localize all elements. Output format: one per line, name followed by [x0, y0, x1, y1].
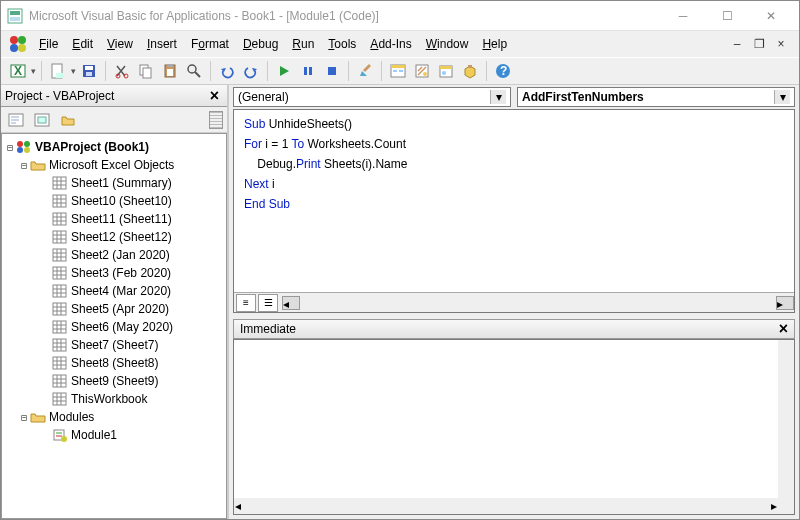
tree-sheet-item[interactable]: Sheet11 (Sheet11): [4, 210, 224, 228]
menu-window[interactable]: Window: [420, 34, 475, 54]
dropdown-arrow-icon[interactable]: ▾: [71, 66, 76, 76]
properties-button[interactable]: [411, 60, 433, 82]
minimize-button[interactable]: ─: [661, 2, 705, 30]
code-body[interactable]: Sub UnhideSheets() For i = 1 To Workshee…: [234, 110, 794, 292]
tree-root[interactable]: ⊟ VBAProject (Book1): [4, 138, 224, 156]
menu-run-label: un: [301, 37, 314, 51]
tree-sheet-item[interactable]: Sheet9 (Sheet9): [4, 372, 224, 390]
scroll-left-button[interactable]: ◂: [235, 499, 241, 513]
save-button[interactable]: [78, 60, 100, 82]
toolbar-grip[interactable]: [209, 111, 223, 129]
procedure-view-button[interactable]: ≡: [236, 294, 256, 312]
redo-button[interactable]: [240, 60, 262, 82]
svg-rect-17: [143, 68, 151, 78]
tree-sheet-item[interactable]: Sheet8 (Sheet8): [4, 354, 224, 372]
worksheet-icon: [52, 248, 68, 262]
menu-debug[interactable]: Debug: [237, 34, 284, 54]
project-tree[interactable]: ⊟ VBAProject (Book1) ⊟ Microsoft Excel O…: [1, 133, 227, 519]
view-object-button[interactable]: [31, 109, 53, 131]
project-explorer-close-button[interactable]: ×: [206, 87, 223, 105]
maximize-button[interactable]: ☐: [705, 2, 749, 30]
svg-point-5: [10, 44, 18, 52]
tree-root-label: VBAProject (Book1): [35, 140, 149, 154]
tree-module1[interactable]: Module1: [4, 426, 224, 444]
svg-rect-92: [53, 339, 66, 351]
scroll-right-button[interactable]: ▸: [776, 296, 794, 310]
menu-insert[interactable]: Insert: [141, 34, 183, 54]
reset-button[interactable]: [321, 60, 343, 82]
menu-tools[interactable]: Tools: [322, 34, 362, 54]
scroll-right-button[interactable]: ▸: [771, 499, 777, 513]
help-button[interactable]: ?: [492, 60, 514, 82]
dropdown-arrow-icon[interactable]: ▾: [774, 90, 790, 104]
object-combo[interactable]: (General) ▾: [233, 87, 511, 107]
run-button[interactable]: [273, 60, 295, 82]
dropdown-arrow-icon[interactable]: ▾: [31, 66, 36, 76]
standard-toolbar: X ▾ ▾ ?: [1, 57, 799, 85]
tree-sheet-item[interactable]: ThisWorkbook: [4, 390, 224, 408]
tree-sheet-item[interactable]: Sheet6 (May 2020): [4, 318, 224, 336]
tree-sheet-item[interactable]: Sheet4 (Mar 2020): [4, 282, 224, 300]
immediate-close-button[interactable]: ×: [779, 320, 788, 338]
code-hscrollbar[interactable]: ◂ ▸: [278, 295, 794, 311]
tree-sheet-label: Sheet7 (Sheet7): [71, 338, 158, 352]
menu-file[interactable]: File: [33, 34, 64, 54]
toolbox-button[interactable]: [459, 60, 481, 82]
undo-button[interactable]: [216, 60, 238, 82]
tree-sheet-item[interactable]: Sheet12 (Sheet12): [4, 228, 224, 246]
view-excel-button[interactable]: X: [7, 60, 29, 82]
dropdown-arrow-icon[interactable]: ▾: [490, 90, 506, 104]
insert-button[interactable]: [47, 60, 69, 82]
vb-icon: [9, 35, 27, 53]
svg-point-34: [442, 71, 446, 75]
tree-sheet-item[interactable]: Sheet10 (Sheet10): [4, 192, 224, 210]
worksheet-icon: [52, 266, 68, 280]
menu-help-label: elp: [491, 37, 507, 51]
worksheet-icon: [52, 194, 68, 208]
copy-button[interactable]: [135, 60, 157, 82]
code-bottom-bar: ≡ ☰ ◂ ▸: [234, 292, 794, 312]
worksheet-icon: [52, 320, 68, 334]
svg-rect-42: [38, 117, 46, 123]
worksheet-icon: [52, 392, 68, 406]
svg-rect-62: [53, 231, 66, 243]
svg-rect-52: [53, 195, 66, 207]
toggle-folders-button[interactable]: [57, 109, 79, 131]
mdi-close-button[interactable]: ×: [773, 37, 789, 51]
object-browser-button[interactable]: [435, 60, 457, 82]
svg-text:?: ?: [500, 64, 507, 78]
immediate-hscrollbar[interactable]: ◂ ▸: [234, 498, 778, 514]
immediate-vscrollbar[interactable]: [778, 340, 794, 514]
tree-excel-objects[interactable]: ⊟ Microsoft Excel Objects: [4, 156, 224, 174]
menu-format[interactable]: Format: [185, 34, 235, 54]
menu-view[interactable]: View: [101, 34, 139, 54]
tree-sheet-item[interactable]: Sheet2 (Jan 2020): [4, 246, 224, 264]
procedure-combo[interactable]: AddFirstTenNumbers ▾: [517, 87, 795, 107]
tree-sheet-item[interactable]: Sheet3 (Feb 2020): [4, 264, 224, 282]
tree-modules-folder[interactable]: ⊟ Modules: [4, 408, 224, 426]
svg-rect-102: [53, 375, 66, 387]
paste-button[interactable]: [159, 60, 181, 82]
cut-button[interactable]: [111, 60, 133, 82]
menu-edit[interactable]: Edit: [66, 34, 99, 54]
view-code-button[interactable]: [5, 109, 27, 131]
code-editor[interactable]: Sub UnhideSheets() For i = 1 To Workshee…: [233, 109, 795, 313]
mdi-restore-button[interactable]: ❐: [751, 37, 767, 51]
design-mode-button[interactable]: [354, 60, 376, 82]
find-button[interactable]: [183, 60, 205, 82]
menu-addins[interactable]: Add-Ins: [364, 34, 417, 54]
menu-help[interactable]: Help: [476, 34, 513, 54]
tree-sheet-item[interactable]: Sheet7 (Sheet7): [4, 336, 224, 354]
mdi-minimize-button[interactable]: –: [729, 37, 745, 51]
project-explorer-button[interactable]: [387, 60, 409, 82]
menu-run[interactable]: Run: [286, 34, 320, 54]
immediate-window[interactable]: ◂ ▸: [233, 339, 795, 515]
immediate-title: Immediate: [240, 322, 296, 336]
tree-sheet-item[interactable]: Sheet5 (Apr 2020): [4, 300, 224, 318]
svg-point-21: [188, 65, 196, 73]
tree-sheet-item[interactable]: Sheet1 (Summary): [4, 174, 224, 192]
break-button[interactable]: [297, 60, 319, 82]
close-button[interactable]: ✕: [749, 2, 793, 30]
scroll-left-button[interactable]: ◂: [282, 296, 300, 310]
full-module-view-button[interactable]: ☰: [258, 294, 278, 312]
